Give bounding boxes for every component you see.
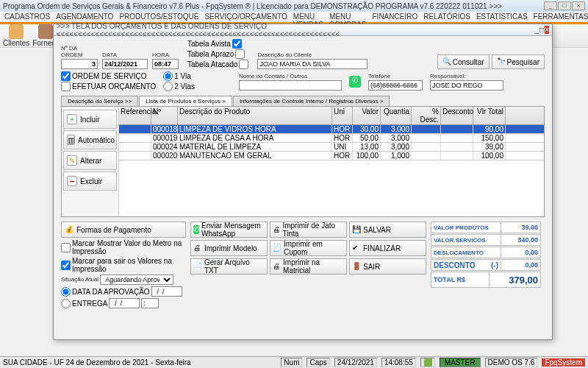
- receipt-icon: 🧾: [273, 244, 282, 252]
- printer-icon: 🖨: [193, 244, 202, 252]
- plus-icon: ＋: [68, 114, 76, 124]
- column-header[interactable]: Desconto: [441, 107, 473, 124]
- status-num: Num: [281, 358, 302, 367]
- column-header[interactable]: Quantia: [381, 107, 412, 124]
- automatico-button[interactable]: ▥Automático: [63, 130, 117, 149]
- whatsapp-icon[interactable]: ✆: [349, 76, 361, 88]
- status-date-text: SUA CIDADE - UF 24 de Dezembro de 2021 -…: [3, 358, 191, 367]
- menu-serviço/orçamento[interactable]: SERVIÇO/ORÇAMENTO: [204, 13, 287, 21]
- column-header[interactable]: Nº: [151, 107, 178, 124]
- orc-check[interactable]: [61, 82, 71, 91]
- app-titlebar: Programa Ordem de Serviços Gerais & Fina…: [0, 0, 588, 12]
- order-no-input[interactable]: [61, 59, 98, 69]
- sair-button[interactable]: 🚪SAIR: [349, 258, 426, 275]
- table-row[interactable]: 000019LIMPEZA DE CASA A HORAHOR50,003,00…: [119, 134, 544, 143]
- matricial-button[interactable]: 🖨Imprimir na Matricial: [270, 258, 347, 275]
- dialog-maximize[interactable]: □: [539, 26, 544, 34]
- contact-label: Nome do Contato / Outros: [239, 73, 342, 79]
- formas-pagamento-button[interactable]: 💰Formas de Pagamento: [61, 222, 186, 238]
- column-header[interactable]: Referencia: [119, 107, 151, 124]
- column-header[interactable]: Uni: [332, 107, 353, 124]
- edit-icon: ✎: [69, 157, 75, 165]
- entrega-time[interactable]: [141, 298, 159, 308]
- valor-servicos: 340,00: [501, 234, 541, 246]
- product-grid[interactable]: ReferenciaNºDescrição do ProdutoUniValor…: [119, 107, 544, 216]
- aprov-radio[interactable]: [61, 287, 71, 297]
- date-input[interactable]: [102, 59, 148, 69]
- total-rs: 379,00: [490, 272, 541, 288]
- tab-controle[interactable]: Informações de Controle Interno / Regist…: [233, 96, 390, 106]
- table-row[interactable]: 000024MATERIAL DE LIMPEZAUNI13,003,00039…: [119, 143, 544, 152]
- menu-ferramentas[interactable]: FERRAMENTAS: [534, 13, 588, 21]
- chk-valores[interactable]: [61, 261, 71, 270]
- status-date: 24/12/2021: [334, 358, 377, 367]
- search-icon: 🔍: [442, 57, 451, 66]
- date-label: DATA: [102, 52, 148, 58]
- modelo-button[interactable]: 🖨Imprimir Modelo: [190, 240, 268, 256]
- excluir-button[interactable]: ━Excluir: [63, 171, 117, 191]
- chk-metro[interactable]: [61, 243, 71, 252]
- via1-radio[interactable]: [163, 71, 173, 81]
- check-icon: ✔: [352, 244, 361, 252]
- aprazo-check[interactable]: [235, 49, 245, 59]
- app-title: Programa Ordem de Serviços Gerais & Fina…: [3, 2, 502, 10]
- column-header[interactable]: Valor: [353, 107, 381, 124]
- barcode-icon: ▥: [68, 136, 74, 144]
- status-master: MASTER: [440, 358, 481, 367]
- salvar-button[interactable]: 💾SALVAR: [349, 222, 426, 238]
- pesquisar-button[interactable]: 🔭Pesquisar: [492, 54, 545, 69]
- dialog-close[interactable]: ×: [545, 26, 549, 34]
- whatsapp-button[interactable]: ✆Enviar Mensagem WhatsApp: [190, 222, 268, 238]
- phone-input[interactable]: [368, 80, 423, 91]
- menu-produtos/estoque[interactable]: PRODUTOS/ESTOQUE: [119, 13, 198, 21]
- tab-descricao[interactable]: Descrição do Serviço >>: [61, 96, 138, 106]
- via2-radio[interactable]: [163, 82, 173, 91]
- tab-produtos[interactable]: Lista de Produtos e Serviços >: [139, 96, 232, 106]
- file-icon: 📄: [193, 262, 202, 271]
- column-header[interactable]: Descrição do Produto: [178, 107, 332, 124]
- valor-produtos: 39,00: [501, 222, 541, 233]
- status-flag: 🟩: [420, 358, 435, 367]
- menu-financeiro[interactable]: FINANCEIRO: [373, 13, 418, 21]
- cupom-button[interactable]: 🧾Imprimir em Cupom: [270, 240, 347, 256]
- toolbar-clientes[interactable]: Clientes: [3, 24, 29, 47]
- situacao-select[interactable]: Aguardando Aprovação: [100, 275, 173, 285]
- incluir-button[interactable]: ＋Incluir: [63, 110, 117, 129]
- menu-estatísticas[interactable]: ESTATÍSTICAS: [476, 13, 528, 21]
- jato-button[interactable]: 🖨Imprimir de Jato Tinta: [270, 222, 347, 238]
- phone-label: Telefone: [368, 73, 423, 79]
- time-input[interactable]: [152, 59, 179, 69]
- table-row[interactable]: 000018LIMPEZA DE VIDROS HORAHOR30,003,00…: [119, 125, 544, 134]
- dialog-minimize[interactable]: _: [535, 26, 539, 34]
- close-button[interactable]: ×: [572, 1, 585, 10]
- client-desc-input[interactable]: [257, 59, 368, 69]
- orders-dialog: >>> TELA DOS ORÇAMENTOS E DAS ORDENS DE …: [53, 24, 553, 340]
- os-check[interactable]: [61, 71, 71, 81]
- minimize-button[interactable]: _: [544, 1, 557, 10]
- time-label: HORA: [152, 52, 179, 58]
- menu-relatórios[interactable]: RELATÓRIOS: [423, 13, 470, 21]
- dialog-titlebar: >>> TELA DOS ORÇAMENTOS E DAS ORDENS DE …: [54, 24, 552, 36]
- consultar-button[interactable]: 🔍Consultar: [437, 54, 490, 69]
- contact-input[interactable]: [239, 80, 342, 91]
- menu-menu compras[interactable]: MENU COMPRAS: [329, 13, 367, 21]
- atacado-check[interactable]: [239, 60, 248, 69]
- aprov-date[interactable]: [151, 286, 182, 297]
- alterar-button[interactable]: ✎Alterar: [63, 151, 117, 170]
- avista-check[interactable]: [232, 39, 242, 49]
- maximize-button[interactable]: □: [558, 1, 571, 10]
- responsible-input[interactable]: [430, 80, 503, 91]
- printer-icon: 🖨: [273, 262, 281, 271]
- column-header[interactable]: Vlr Total: [473, 107, 506, 124]
- deslocamento: 0,00: [501, 247, 541, 258]
- menu-agendamento[interactable]: AGENDAMENTO: [56, 13, 113, 21]
- menu-menu vendas[interactable]: MENU VENDAS: [293, 13, 323, 21]
- menubar: CADASTROSAGENDAMENTOPRODUTOS/ESTOQUESERV…: [0, 12, 588, 22]
- entrega-date[interactable]: [109, 298, 140, 308]
- finalizar-button[interactable]: ✔FINALIZAR: [349, 240, 426, 256]
- column-header[interactable]: % Desc.: [412, 107, 441, 124]
- entrega-radio[interactable]: [61, 299, 71, 308]
- table-row[interactable]: 000020MANUTENCAO EM GERALHOR100,001,0001…: [119, 152, 544, 160]
- menu-cadastros[interactable]: CADASTROS: [4, 13, 50, 21]
- txt-button[interactable]: 📄Gerar Arquivo TXT: [190, 258, 268, 275]
